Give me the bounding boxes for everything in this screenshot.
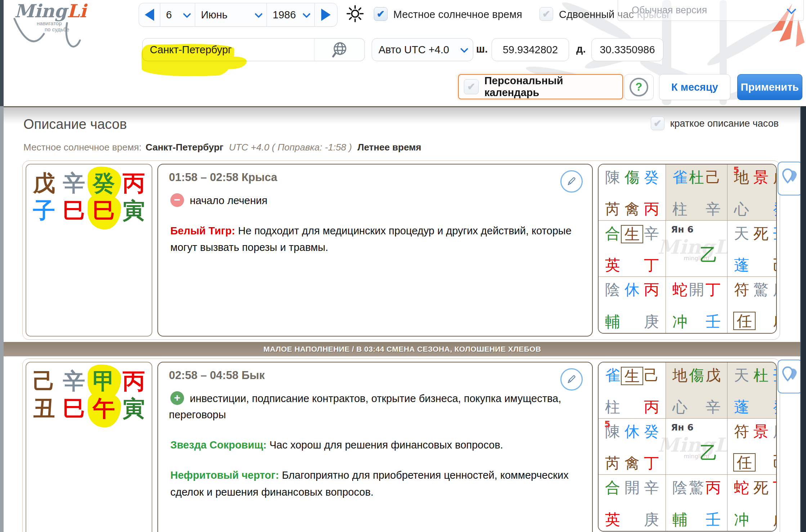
summary-prefix: Местное солнечное время: (23, 142, 142, 153)
grid-cell-row: 輔壬 (669, 511, 724, 528)
logo-swash (9, 9, 117, 55)
pillar-char: 子 (29, 197, 59, 224)
brief-description-toggle[interactable]: ✔ краткое описание часов (651, 117, 779, 130)
grid-char (753, 511, 769, 528)
year-value: 1986 (273, 9, 296, 21)
grid-cell: 符景庚任己 (727, 419, 777, 475)
grid-char: 英 (604, 257, 621, 274)
personal-calendar-checkbox[interactable]: ✔ Персональный календарь (458, 74, 623, 99)
help-button[interactable]: ? (624, 74, 654, 100)
city-search-button[interactable] (314, 38, 365, 61)
grid-char: 禽 (624, 200, 640, 217)
grid-cell: 天杜壬蓬癸 (727, 362, 777, 419)
window-edge-left (0, 0, 4, 106)
note-text: начало лечения (190, 195, 267, 206)
grid-char: 乙 (700, 243, 718, 267)
grid-char: 壬 (772, 225, 777, 242)
cell-number-badge: 5 (733, 165, 739, 175)
grid-char: 丁 (705, 281, 721, 298)
grid-char: 地 (672, 367, 688, 384)
grid-cell-row: 輔庚 (601, 313, 663, 330)
grid-char: 癸 (772, 200, 777, 217)
grid-cell: 地傷戊心辛 (666, 362, 727, 419)
map-pins-button[interactable] (778, 360, 803, 393)
city-input[interactable]: Санкт-Петербург (142, 38, 314, 61)
longitude-input[interactable]: 30.3350986 (591, 38, 663, 61)
grid-char: 杜 (753, 367, 769, 384)
grid-char: 壬 (705, 313, 721, 330)
hour-card: 02:58 – 04:58 Бык инвестиции, подписание… (157, 362, 593, 532)
grid-char: 休 (624, 281, 640, 298)
mingli-logo[interactable]: MingLi навигаторпо судьбе (14, 2, 104, 33)
version-dropdown[interactable]: Обычная версия (618, 0, 804, 21)
grid-char: 死 (753, 479, 769, 496)
separator-text: МАЛОЕ НАПОЛНЕНИЕ / В 03:44 СМЕНА СЕЗОНА,… (264, 345, 541, 353)
grid-cell: 雀生己柱丙 (599, 362, 666, 419)
day-select[interactable]: 6 (160, 3, 195, 26)
arrow-right-icon (321, 9, 331, 21)
pillar-row: 丑巳午寅 (28, 395, 150, 422)
grid-char: 生 (621, 225, 643, 243)
grid-char (753, 257, 769, 274)
grid-char: 己 (643, 367, 660, 385)
solar-time-checkbox[interactable]: ✔ (374, 7, 388, 21)
grid-cell: Ян 6MingLimingli.ru乙 (666, 221, 727, 277)
grid-char: 戊 (772, 511, 777, 528)
grid-char: 癸 (772, 398, 777, 415)
grid-cell-row: 符驚庚 (730, 281, 777, 298)
month-select[interactable]: Июнь (195, 3, 267, 26)
grid-char: 冲 (672, 313, 688, 330)
edit-button[interactable] (560, 368, 583, 391)
summary-dst: Летнее время (357, 142, 421, 153)
check-icon: ✔ (542, 9, 551, 19)
pillar-char: 甲 (89, 368, 119, 395)
pillar-row: 戊辛癸丙 (28, 170, 150, 197)
arrow-left-icon (145, 9, 154, 21)
grid-cell: 合生辛英丁 (599, 221, 666, 277)
chevron-down-icon (255, 10, 263, 18)
timezone-select[interactable]: Авто UTC +4.0 (372, 38, 473, 61)
grid-char: 丙 (643, 398, 660, 415)
globe-search-icon (331, 41, 349, 59)
grid-char: 任 (733, 453, 756, 472)
grid-char: 景 (753, 423, 769, 440)
apply-button[interactable]: Применить (737, 74, 802, 100)
edit-button[interactable] (560, 170, 583, 193)
year-select[interactable]: 1986 (267, 3, 315, 26)
minus-icon (170, 193, 184, 207)
grid-cell-row: 芮禽丙 (601, 200, 663, 217)
grid-char: 己 (772, 453, 777, 472)
grid-cell: 蛇死丁冲戊 (727, 475, 777, 531)
grid-cell-row: 合開辛 (601, 479, 663, 496)
to-month-button[interactable]: К месяцу (659, 74, 730, 100)
solar-time-summary: Местное солнечное время: Санкт-Петербург… (23, 142, 423, 153)
grid-char: 開 (624, 479, 640, 496)
grid-cell: 合開辛英庚 (599, 475, 666, 531)
scrollbar-track[interactable] (800, 106, 806, 532)
grid-char: 杜 (688, 169, 705, 186)
hour-paragraphs: Звезда Сокровищ: Час хорош для решения ф… (169, 437, 581, 500)
grid-cell-row: 心辛 (669, 398, 724, 415)
prev-day-button[interactable] (139, 3, 160, 26)
grid-char (688, 200, 705, 217)
map-pins-icon (781, 366, 800, 387)
next-day-button[interactable] (315, 3, 337, 26)
checkbox[interactable]: ✔ (464, 79, 479, 94)
hour-time-title: 02:58 – 04:58 Бык (169, 369, 581, 382)
checkbox[interactable]: ✔ (651, 117, 664, 130)
double-rat-hour-checkbox[interactable]: ✔ (539, 7, 553, 21)
description-label: Звезда Сокровищ: (170, 439, 269, 451)
grid-cell-row: 蓬己 (730, 257, 777, 274)
date-navigator: 6 Июнь 1986 (139, 3, 337, 27)
grid-char: 禽 (624, 455, 640, 472)
pillar-char: 丙 (119, 368, 149, 395)
grid-char: 丁 (643, 257, 660, 274)
grid-cell-row: 冲戊 (730, 511, 777, 528)
map-pins-button[interactable] (778, 162, 803, 195)
grid-char: 符 (733, 423, 750, 440)
pillar-char: 戊 (29, 170, 59, 197)
hour-note: инвестиции, подписание контрактов, откры… (169, 391, 581, 423)
grid-char: 戊 (772, 169, 777, 186)
latitude-input[interactable]: 59.9342802 (492, 38, 569, 61)
pillar-char: 己 (29, 368, 59, 395)
